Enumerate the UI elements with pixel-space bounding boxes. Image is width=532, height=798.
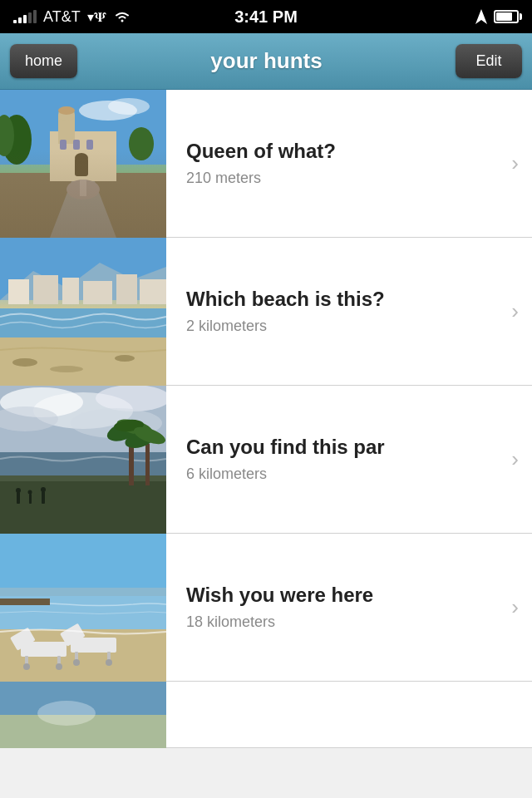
svg-marker-0	[475, 9, 487, 24]
list-item[interactable]: Wish you were here 18 kilometers ›	[0, 534, 532, 682]
thumbnail-scene-1	[0, 90, 166, 238]
home-button[interactable]: home	[10, 44, 77, 78]
svg-point-19	[75, 153, 88, 163]
hunt-distance: 2 kilometers	[186, 318, 505, 335]
svg-rect-24	[62, 278, 79, 304]
hunt-thumbnail	[0, 534, 166, 682]
svg-rect-41	[0, 481, 166, 534]
hunt-distance: 6 kilometers	[186, 466, 505, 483]
location-icon	[475, 9, 487, 24]
svg-rect-46	[42, 491, 45, 504]
hunt-info: Which beach is this? 2 kilometers ›	[166, 238, 532, 385]
svg-point-71	[106, 659, 112, 666]
hunt-title: Can you find this par	[186, 436, 505, 460]
hunt-thumbnail	[0, 90, 166, 238]
svg-marker-8	[50, 173, 116, 238]
svg-rect-58	[0, 598, 50, 605]
svg-rect-25	[83, 281, 112, 304]
svg-rect-52	[145, 444, 150, 485]
hunt-thumbnail	[0, 386, 166, 534]
hunt-list: Queen of what? 210 meters ›	[0, 90, 532, 748]
hunt-text: Which beach is this? 2 kilometers	[186, 288, 505, 336]
status-left: AT&T ▾𝚿	[13, 8, 131, 26]
chevron-right-icon: ›	[511, 446, 519, 472]
carrier-label: AT&T	[43, 8, 81, 26]
chevron-right-icon: ›	[511, 594, 519, 620]
list-item[interactable]: Queen of what? 210 meters ›	[0, 90, 532, 238]
list-item[interactable]: Can you find this par 6 kilometers ›	[0, 386, 532, 534]
signal-icon	[13, 10, 37, 23]
list-item[interactable]	[0, 682, 532, 748]
thumbnail-scene-3	[0, 386, 166, 534]
status-bar: AT&T ▾𝚿 3:41 PM	[0, 0, 532, 33]
svg-point-12	[66, 180, 100, 200]
svg-rect-42	[17, 492, 20, 504]
svg-point-47	[41, 487, 46, 492]
wifi-icon: ▾𝚿	[87, 9, 106, 25]
edit-button[interactable]: Edit	[456, 44, 522, 78]
svg-point-43	[16, 488, 21, 493]
wifi-symbol	[113, 10, 131, 23]
hunt-title: Which beach is this?	[186, 288, 505, 312]
thumbnail-scene-4	[0, 534, 166, 682]
svg-point-70	[73, 659, 80, 666]
hunt-distance: 210 meters	[186, 170, 505, 187]
svg-point-6	[129, 127, 154, 160]
svg-rect-23	[33, 275, 58, 304]
hunt-text: Wish you were here 18 kilometers	[186, 584, 505, 632]
hunt-text: Can you find this par 6 kilometers	[186, 436, 505, 484]
thumbnail-scene-5	[0, 682, 166, 748]
svg-rect-55	[0, 534, 166, 592]
hunt-thumbnail	[0, 682, 166, 748]
hunt-text: Queen of what? 210 meters	[186, 140, 505, 188]
hunt-distance: 18 kilometers	[186, 613, 505, 631]
svg-rect-26	[116, 274, 137, 304]
svg-rect-44	[29, 494, 32, 504]
hunt-info: Wish you were here 18 kilometers ›	[166, 534, 532, 681]
svg-point-45	[28, 490, 32, 495]
svg-point-64	[23, 663, 30, 670]
svg-point-14	[58, 106, 75, 115]
svg-rect-7	[0, 173, 166, 238]
svg-point-3	[108, 98, 150, 115]
nav-bar: home your hunts Edit	[0, 33, 532, 90]
svg-point-32	[115, 355, 135, 362]
svg-rect-13	[80, 180, 86, 196]
svg-rect-18	[75, 158, 88, 176]
svg-rect-17	[86, 140, 93, 150]
status-right	[475, 9, 519, 24]
svg-rect-22	[8, 279, 29, 304]
svg-rect-15	[60, 140, 66, 150]
chevron-right-icon: ›	[511, 298, 519, 324]
page-title: your hunts	[77, 48, 456, 74]
chevron-right-icon: ›	[511, 150, 519, 176]
battery-icon	[494, 10, 519, 23]
hunt-info: Queen of what? 210 meters ›	[166, 90, 532, 237]
svg-point-65	[56, 663, 62, 670]
svg-rect-16	[73, 140, 80, 150]
hunt-thumbnail	[0, 238, 166, 386]
svg-point-31	[50, 366, 83, 372]
svg-point-74	[37, 701, 96, 726]
hunt-title: Wish you were here	[186, 584, 505, 608]
status-time: 3:41 PM	[234, 7, 298, 27]
list-item[interactable]: Which beach is this? 2 kilometers ›	[0, 238, 532, 386]
svg-point-30	[12, 358, 37, 367]
hunt-title: Queen of what?	[186, 140, 505, 164]
hunt-info: Can you find this par 6 kilometers ›	[166, 386, 532, 533]
svg-rect-27	[140, 279, 166, 304]
thumbnail-scene-2	[0, 238, 166, 386]
hunt-info	[166, 682, 532, 747]
